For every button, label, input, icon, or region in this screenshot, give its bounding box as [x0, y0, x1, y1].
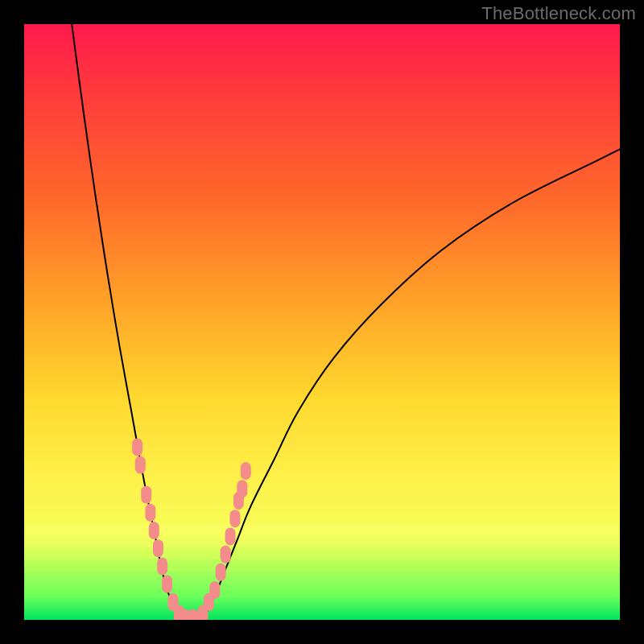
- chart-marker: [135, 456, 146, 474]
- chart-marker: [157, 557, 167, 575]
- chart-svg: [24, 24, 620, 620]
- chart-marker: [132, 438, 142, 456]
- chart-marker: [209, 581, 220, 599]
- chart-marker: [145, 504, 155, 522]
- chart-frame: TheBottleneck.com: [0, 0, 644, 644]
- chart-marker: [162, 576, 172, 593]
- chart-marker: [241, 462, 251, 480]
- chart-marker: [196, 609, 206, 620]
- chart-marker: [216, 564, 226, 581]
- chart-plot-area: [24, 24, 620, 620]
- chart-band: [24, 525, 620, 535]
- watermark-text: TheBottleneck.com: [481, 3, 636, 24]
- chart-marker: [153, 539, 163, 557]
- chart-band: [24, 548, 620, 559]
- chart-marker: [141, 486, 151, 504]
- chart-band: [24, 560, 620, 571]
- chart-marker: [149, 522, 159, 539]
- chart-marker: [237, 480, 247, 497]
- chart-marker: [221, 546, 231, 564]
- chart-marker: [229, 510, 240, 527]
- chart-marker: [225, 527, 236, 545]
- chart-band: [24, 536, 620, 547]
